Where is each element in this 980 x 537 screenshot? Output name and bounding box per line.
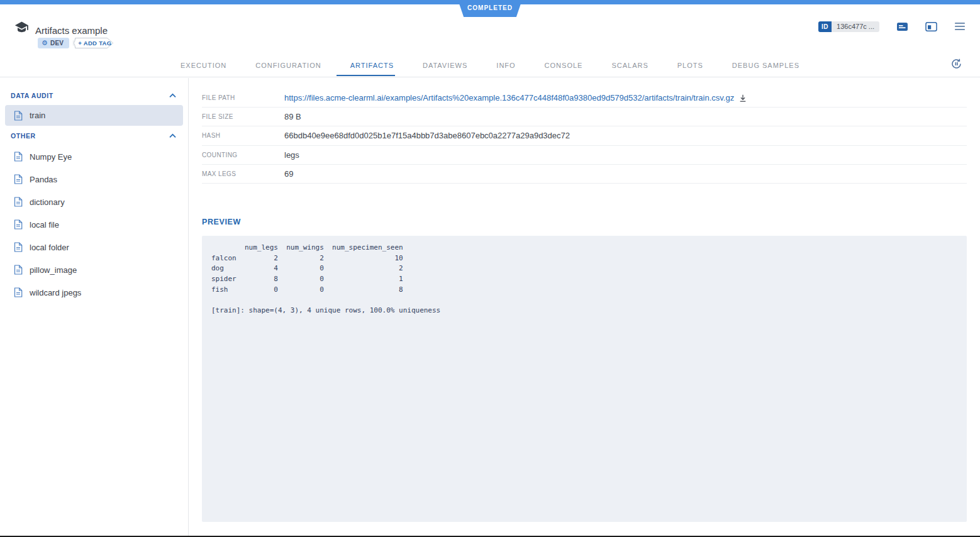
sidebar-item-wildcard-jpegs[interactable]: wildcard jpegs [0, 281, 188, 304]
id-group: ID 136c477c ... [818, 21, 879, 32]
sidebar-item-local-file[interactable]: local file [0, 213, 188, 236]
detail-label: HASH [202, 132, 284, 139]
section-other[interactable]: OTHER [0, 126, 188, 145]
tag-dev[interactable]: ⚙ DEV [38, 38, 69, 48]
sidebar-item-label: Numpy Eye [30, 152, 72, 162]
download-icon[interactable] [738, 94, 747, 102]
artifact-details: FILE PATH https://files.acme-clearml.ai/… [189, 78, 980, 536]
preview-heading: PREVIEW [202, 218, 967, 226]
detail-row-counting: COUNTING legs [202, 146, 967, 165]
sidebar-item-label: pillow_image [30, 265, 77, 275]
detail-label: FILE PATH [202, 94, 284, 101]
sidebar-item-pandas[interactable]: Pandas [0, 168, 188, 191]
preview-panel: num_legs num_wings num_specimen_seen fal… [202, 236, 967, 522]
tag-label: DEV [50, 40, 64, 47]
tab-execution[interactable]: EXECUTION [179, 55, 228, 76]
add-tag-button[interactable]: + ADD TAG [73, 38, 113, 48]
artifacts-sidebar: DATA AUDIT train OTHER [0, 78, 189, 536]
sidebar-item-label: train [30, 111, 45, 120]
document-icon [14, 174, 23, 184]
content: DATA AUDIT train OTHER [0, 78, 980, 536]
chevron-up-icon [169, 133, 177, 138]
detail-row-file-size: FILE SIZE 89 B [202, 108, 967, 126]
id-value[interactable]: 136c477c ... [832, 21, 879, 32]
status-ribbon: COMPLETED [458, 0, 522, 17]
sidebar-item-dictionary[interactable]: dictionary [0, 191, 188, 213]
tab-console[interactable]: CONSOLE [543, 55, 584, 76]
sidebar-item-pillow-image[interactable]: pillow_image [0, 258, 188, 281]
document-icon [14, 265, 23, 275]
app-window: COMPLETED Artifacts example ⚙ DEV + ADD … [0, 0, 980, 537]
page-title: Artifacts example [35, 25, 108, 36]
detail-value: legs [284, 150, 299, 160]
detail-row-hash: HASH 66bdb40e9ee68dfd0d025b1e7f15a4bbb7d… [202, 126, 967, 145]
file-path-link[interactable]: https://files.acme-clearml.ai/examples/A… [284, 93, 747, 102]
sidebar-item-label: local file [30, 220, 59, 230]
document-icon [14, 219, 23, 230]
section-data-audit[interactable]: DATA AUDIT [0, 86, 188, 105]
detail-label: FILE SIZE [202, 113, 284, 120]
document-icon [14, 111, 23, 121]
sidebar-item-label: wildcard jpegs [30, 288, 81, 297]
detail-value: 69 [284, 169, 293, 179]
detail-value: 66bdb40e9ee68dfd0d025b1e7f15a4bbb7d3abe8… [284, 131, 570, 140]
sidebar-item-label: local folder [30, 243, 69, 252]
dev-gear-icon: ⚙ [42, 40, 48, 47]
id-badge: ID [818, 21, 832, 32]
detail-value: 89 B [284, 112, 301, 121]
detail-row-file-path: FILE PATH https://files.acme-clearml.ai/… [202, 89, 967, 108]
status-label: COMPLETED [467, 4, 513, 13]
document-icon [14, 197, 23, 207]
document-icon [14, 287, 23, 297]
layout-panel-icon[interactable] [925, 21, 937, 32]
sidebar-item-local-folder[interactable]: local folder [0, 236, 188, 258]
sidebar-item-label: Pandas [30, 175, 57, 184]
tab-scalars[interactable]: SCALARS [610, 55, 649, 76]
section-title: OTHER [11, 132, 36, 140]
add-tag-label: + ADD TAG [73, 38, 113, 48]
details-card-icon[interactable] [896, 21, 908, 32]
tab-bar: EXECUTION CONFIGURATION ARTIFACTS DATAVI… [0, 53, 980, 77]
detail-row-max-legs: MAX LEGS 69 [202, 165, 967, 184]
sidebar-item-numpy-eye[interactable]: Numpy Eye [0, 145, 188, 168]
tab-dataviews[interactable]: DATAVIEWS [421, 55, 469, 76]
preview-dataframe-text: num_legs num_wings num_specimen_seen fal… [211, 243, 957, 316]
detail-label: MAX LEGS [202, 170, 284, 177]
experiment-logo-icon [13, 19, 30, 36]
detail-label: COUNTING [202, 152, 284, 158]
auto-refresh-icon[interactable] [950, 57, 964, 71]
sidebar-item-label: dictionary [30, 197, 65, 207]
tab-artifacts[interactable]: ARTIFACTS [349, 55, 395, 76]
tab-plots[interactable]: PLOTS [676, 55, 704, 76]
chevron-up-icon [169, 93, 177, 98]
tab-configuration[interactable]: CONFIGURATION [254, 55, 322, 76]
document-icon [14, 152, 23, 162]
sidebar-item-train[interactable]: train [5, 105, 183, 126]
menu-icon[interactable] [954, 21, 966, 32]
tab-debug-samples[interactable]: DEBUG SAMPLES [731, 55, 801, 76]
tab-info[interactable]: INFO [495, 55, 516, 76]
header-actions: ID 136c477c ... [818, 21, 966, 32]
document-icon [14, 242, 23, 252]
tag-row: ⚙ DEV + ADD TAG [38, 38, 113, 48]
section-title: DATA AUDIT [11, 92, 53, 99]
